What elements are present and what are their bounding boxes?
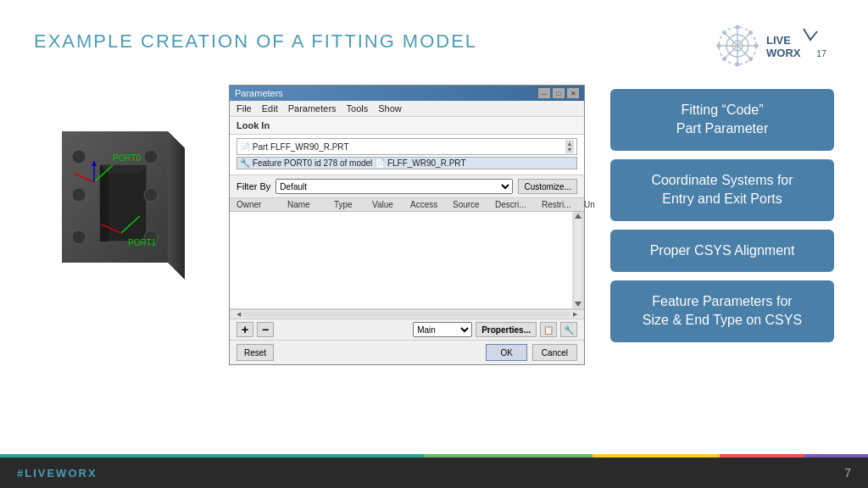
menu-tools[interactable]: Tools xyxy=(347,103,369,114)
svg-text:17: 17 xyxy=(816,48,826,58)
svg-point-29 xyxy=(144,188,158,202)
minimize-button[interactable]: — xyxy=(538,88,550,98)
svg-text:WORX: WORX xyxy=(766,47,801,59)
coordinate-systems-button[interactable]: Coordinate Systems forEntry and Exit Por… xyxy=(610,159,834,221)
svg-point-7 xyxy=(736,25,740,30)
dialog-titlebar: Parameters — □ ✕ xyxy=(230,86,584,101)
svg-point-12 xyxy=(748,57,753,61)
look-in-label: Look In xyxy=(236,120,270,130)
look-in-section: Look In xyxy=(230,117,584,135)
dialog-title: Parameters xyxy=(235,88,283,98)
close-button[interactable]: ✕ xyxy=(567,88,579,98)
col-value: Value xyxy=(372,200,410,209)
col-type: Type xyxy=(334,200,372,209)
menu-file[interactable]: File xyxy=(236,103,252,114)
port1-label: PORT1 xyxy=(128,238,157,247)
dialog-menubar: File Edit Parameters Tools Show xyxy=(230,101,584,117)
ok-cancel-group: OK Cancel xyxy=(486,344,577,361)
svg-marker-19 xyxy=(168,131,185,280)
main-content: PORT0 PORT1 Parameters — □ ✕ File Ed xyxy=(0,76,868,365)
add-button[interactable]: + xyxy=(236,322,253,337)
properties-button[interactable]: Properties... xyxy=(476,322,537,337)
footer-page-number: 7 xyxy=(844,466,851,480)
proper-csys-button[interactable]: Proper CSYS Alignment xyxy=(610,230,834,272)
svg-point-9 xyxy=(717,44,721,48)
reset-button[interactable]: Reset xyxy=(236,344,274,361)
lookup-row-1-text: 📄 Part FLFF_WR90_R.PRT xyxy=(240,142,565,152)
scroll-up-arrow[interactable] xyxy=(575,214,581,219)
ok-button[interactable]: OK xyxy=(486,344,526,361)
filter-select[interactable]: Default xyxy=(275,179,513,194)
feature-params-button[interactable]: Feature Parameters forSize & End Type on… xyxy=(610,280,834,342)
table-header: Owner Name Type Value Access Source Desc… xyxy=(230,198,584,212)
lookup-scrollbar[interactable]: ▲ ▼ xyxy=(565,140,574,153)
customize-button[interactable]: Customize... xyxy=(518,179,577,194)
table-scrollbar[interactable] xyxy=(572,212,584,308)
tool-icon-2[interactable]: 🔧 xyxy=(560,322,577,337)
col-restri: Restri... xyxy=(542,200,584,209)
svg-point-13 xyxy=(748,30,753,35)
svg-point-24 xyxy=(72,150,86,164)
bottom-toolbar: + − Main Properties... 📋 🔧 xyxy=(230,319,584,341)
h-scroll-right[interactable]: ▶ xyxy=(573,311,577,318)
col-descri: Descri... xyxy=(495,200,542,209)
tool-icon-1[interactable]: 📋 xyxy=(540,322,557,337)
fitting-code-button[interactable]: Fitting “Code”Part Parameter xyxy=(610,89,834,151)
lookup-row-1[interactable]: 📄 Part FLFF_WR90_R.PRT ▲ ▼ xyxy=(236,138,577,155)
table-body xyxy=(230,212,584,309)
part-image-area: PORT0 PORT1 xyxy=(34,85,203,330)
svg-point-25 xyxy=(144,150,158,164)
svg-point-10 xyxy=(754,44,759,48)
lookup-row-2-text: 🔧 Feature PORT0 id 278 of model 📄 FLFF_W… xyxy=(240,158,574,168)
port0-label: PORT0 xyxy=(113,153,142,163)
main-select[interactable]: Main xyxy=(413,322,472,337)
col-owner: Owner xyxy=(236,200,287,209)
logo-area: LIVE WORX 17 xyxy=(715,24,834,68)
h-scrollbar[interactable]: ◀ ▶ xyxy=(230,309,584,319)
col-source: Source xyxy=(453,200,495,209)
liveworx-logo-icon xyxy=(715,24,760,68)
col-access: Access xyxy=(410,200,453,209)
svg-point-14 xyxy=(722,57,726,61)
lookup-area: 📄 Part FLFF_WR90_R.PRT ▲ ▼ 🔧 Feature POR… xyxy=(230,135,584,175)
menu-edit[interactable]: Edit xyxy=(262,103,278,114)
filter-row: Filter By Default Customize... xyxy=(230,175,584,198)
liveworx-text-icon: LIVE WORX 17 xyxy=(766,27,834,64)
footer-hashtag: #LIVEWORX xyxy=(17,467,97,480)
svg-point-8 xyxy=(736,63,740,67)
dialog-container: Parameters — □ ✕ File Edit Parameters To… xyxy=(229,85,585,365)
col-name: Name xyxy=(287,200,334,209)
dialog-controls: — □ ✕ xyxy=(538,88,579,98)
page-title: EXAMPLE CREATION OF A FITTING MODEL xyxy=(34,30,477,53)
col-un: Un xyxy=(584,200,609,209)
cancel-button[interactable]: Cancel xyxy=(532,344,577,361)
filter-by-label: Filter By xyxy=(236,181,270,191)
menu-show[interactable]: Show xyxy=(378,103,402,114)
svg-point-11 xyxy=(722,30,726,35)
header: EXAMPLE CREATION OF A FITTING MODEL LIVE xyxy=(0,0,868,76)
svg-point-28 xyxy=(72,188,86,202)
remove-button[interactable]: − xyxy=(257,322,274,337)
h-scroll-track xyxy=(243,312,570,317)
footer: #LIVEWORX 7 xyxy=(0,458,868,488)
lookup-row-2[interactable]: 🔧 Feature PORT0 id 278 of model 📄 FLFF_W… xyxy=(236,157,577,169)
svg-marker-22 xyxy=(100,165,108,241)
svg-text:LIVE: LIVE xyxy=(766,34,791,47)
right-buttons-panel: Fitting “Code”Part Parameter Coordinate … xyxy=(610,85,834,342)
dialog-actionbar: Reset OK Cancel xyxy=(230,341,584,364)
h-scroll-left[interactable]: ◀ xyxy=(236,311,241,318)
menu-parameters[interactable]: Parameters xyxy=(288,103,337,114)
parameters-dialog: Parameters — □ ✕ File Edit Parameters To… xyxy=(229,85,585,365)
fitting-3d-model: PORT0 PORT1 xyxy=(36,93,202,322)
maximize-button[interactable]: □ xyxy=(553,88,565,98)
scroll-down-arrow[interactable] xyxy=(575,302,581,307)
svg-point-26 xyxy=(72,230,86,244)
